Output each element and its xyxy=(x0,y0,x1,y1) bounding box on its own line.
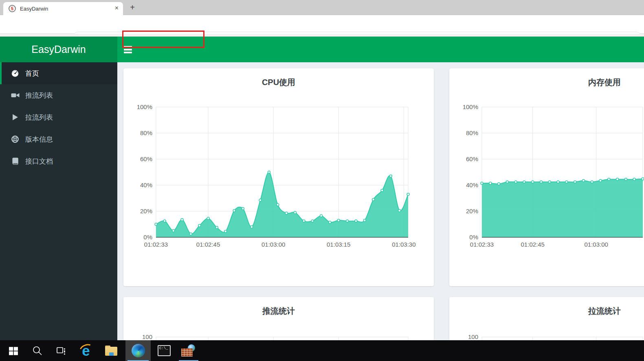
lifering-icon xyxy=(10,135,20,143)
file-explorer-icon xyxy=(105,346,117,356)
start-button[interactable] xyxy=(2,340,25,361)
firewall-app-button[interactable] xyxy=(177,340,200,361)
easydarwin-favicon-icon: 5 xyxy=(9,5,16,12)
sidebar: 首页推流列表拉流列表版本信息接口文档 xyxy=(0,62,117,340)
sidebar-item-label: 版本信息 xyxy=(25,135,53,144)
svg-text:40%: 40% xyxy=(140,182,152,188)
browser-toolbar: 不安全 192.168.82.228/#/ xyxy=(0,15,644,34)
internet-explorer-button[interactable]: e xyxy=(74,340,98,361)
memory-usage-chart[interactable]: 100%80%60%40%20%0%01:02:3301:02:4501:03:… xyxy=(449,68,644,286)
svg-text:01:03:00: 01:03:00 xyxy=(584,241,608,248)
cpu-usage-card: CPU使用 100%80%60%40%20%0%01:02:3301:02:45… xyxy=(123,68,434,286)
file-explorer-button[interactable] xyxy=(99,340,123,361)
task-view-button[interactable] xyxy=(49,340,73,361)
svg-text:20%: 20% xyxy=(466,208,478,214)
chart-title: 内存使用 xyxy=(449,77,644,88)
browser-tab-strip: 5 EasyDarwin × + xyxy=(0,0,644,15)
edge-taskbar-button[interactable] xyxy=(125,340,151,361)
app-header: EasyDarwin xyxy=(0,37,644,62)
sidebar-item-home[interactable]: 首页 xyxy=(0,62,117,84)
play-icon xyxy=(10,113,20,121)
close-tab-icon[interactable]: × xyxy=(115,4,119,12)
svg-text:80%: 80% xyxy=(466,129,478,136)
sidebar-item-label: 首页 xyxy=(25,69,39,78)
push-stats-card: 推流统计 100 xyxy=(123,297,434,340)
sidebar-item-label: 拉流列表 xyxy=(25,113,53,122)
command-prompt-button[interactable]: C:\_ xyxy=(152,340,176,361)
svg-text:40%: 40% xyxy=(466,182,478,188)
svg-text:01:02:33: 01:02:33 xyxy=(144,241,168,248)
svg-text:01:03:15: 01:03:15 xyxy=(327,241,350,248)
chart-title: CPU使用 xyxy=(123,77,434,88)
windows-logo-icon xyxy=(8,346,19,356)
search-icon xyxy=(32,345,43,356)
internet-explorer-icon: e xyxy=(79,343,93,358)
favicon-glyph: 5 xyxy=(11,7,13,11)
svg-text:01:02:45: 01:02:45 xyxy=(521,241,545,248)
svg-text:100: 100 xyxy=(468,333,478,340)
chart-title: 拉流统计 xyxy=(449,306,644,317)
pull-stats-chart[interactable]: 100 xyxy=(449,297,644,340)
browser-tab[interactable]: 5 EasyDarwin × xyxy=(3,2,123,15)
svg-text:01:02:45: 01:02:45 xyxy=(196,241,220,248)
sidebar-item-version[interactable]: 版本信息 xyxy=(0,128,117,150)
pull-stats-card: 拉流统计 100 xyxy=(449,297,644,340)
task-view-icon xyxy=(55,345,66,356)
sidebar-item-push-list[interactable]: 推流列表 xyxy=(0,84,117,106)
camera-icon xyxy=(10,91,20,99)
command-prompt-icon: C:\_ xyxy=(158,345,171,356)
svg-text:60%: 60% xyxy=(466,155,478,162)
svg-text:01:03:30: 01:03:30 xyxy=(392,241,415,248)
sidebar-item-label: 推流列表 xyxy=(25,91,53,100)
bookmarks-strip xyxy=(0,34,644,37)
sidebar-item-pull-list[interactable]: 拉流列表 xyxy=(0,106,117,128)
cpu-usage-chart[interactable]: 100%80%60%40%20%0%01:02:3301:02:4501:03:… xyxy=(123,68,434,286)
svg-text:100%: 100% xyxy=(463,103,478,110)
memory-usage-card: 内存使用 100%80%60%40%20%0%01:02:3301:02:450… xyxy=(449,68,644,286)
book-icon xyxy=(10,157,20,165)
svg-text:0%: 0% xyxy=(143,234,152,241)
app-logo[interactable]: EasyDarwin xyxy=(0,37,117,62)
svg-text:80%: 80% xyxy=(140,129,152,136)
taskbar: e C:\_ xyxy=(0,340,644,361)
tab-title: EasyDarwin xyxy=(20,6,48,12)
push-stats-chart[interactable]: 100 xyxy=(123,297,434,340)
main-content: CPU使用 100%80%60%40%20%0%01:02:3301:02:45… xyxy=(117,62,644,340)
svg-text:01:03:00: 01:03:00 xyxy=(262,241,285,248)
svg-text:20%: 20% xyxy=(140,208,152,214)
svg-text:60%: 60% xyxy=(140,155,152,162)
svg-text:0%: 0% xyxy=(469,234,478,241)
svg-text:100%: 100% xyxy=(137,103,152,110)
edge-icon xyxy=(132,344,145,357)
screen: 5 EasyDarwin × + 不安全 192.168.82.228/#/ xyxy=(0,0,644,361)
sidebar-item-label: 接口文档 xyxy=(25,157,53,166)
firewall-icon xyxy=(181,344,196,357)
svg-text:01:02:33: 01:02:33 xyxy=(470,241,494,248)
svg-text:100: 100 xyxy=(142,333,152,340)
sidebar-item-api-docs[interactable]: 接口文档 xyxy=(0,150,117,172)
annotation-highlight-box xyxy=(122,31,204,48)
taskbar-search-button[interactable] xyxy=(25,340,49,361)
chart-title: 推流统计 xyxy=(123,306,434,317)
dashboard-icon xyxy=(10,69,20,77)
new-tab-button[interactable]: + xyxy=(127,2,138,13)
